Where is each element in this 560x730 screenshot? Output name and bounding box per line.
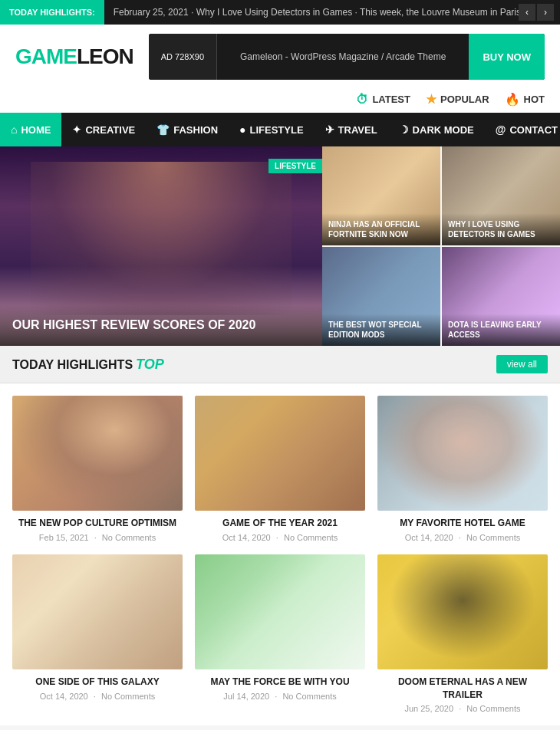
popular-label: POPULAR	[440, 94, 489, 105]
header: GAMELEON AD 728X90 Gameleon - WordPress …	[0, 25, 560, 89]
main-nav: ⌂ HOME ✦ CREATIVE 👕 FASHION ● LIFESTYLE …	[0, 113, 560, 146]
logo-part1: GAME	[15, 44, 77, 68]
popular-item[interactable]: ★ POPULAR	[426, 92, 489, 107]
logo[interactable]: GAMELEON	[15, 44, 133, 69]
card-2-title: GAME OF THE YEAR 2021	[195, 517, 365, 530]
card-6-image	[377, 554, 548, 669]
hero-card-4-overlay: DOTA IS LEAVING EARLY ACCESS	[442, 314, 560, 346]
card-4-meta: Oct 14, 2020 · No Comments	[12, 692, 183, 701]
ticker-next-btn[interactable]: ›	[537, 4, 554, 21]
hot-item[interactable]: 🔥 HOT	[505, 92, 545, 107]
latest-label: LATEST	[372, 94, 410, 105]
card-4-image	[12, 554, 183, 669]
today-highlights-header: TODAY HIGHLIGHTS TOP view all	[0, 346, 560, 383]
card-4[interactable]: ONE SIDE OF THIS GALAXY Oct 14, 2020 · N…	[12, 554, 183, 714]
contact-icon: @	[496, 123, 506, 136]
ad-banner: AD 728X90 Gameleon - WordPress Magazine …	[149, 34, 545, 80]
hero-card-3-overlay: THE BEST WOT SPECIAL EDITION MODS	[322, 314, 440, 346]
nav-item-contact[interactable]: @ CONTACT	[485, 113, 560, 146]
hero-side: NINJA HAS AN OFFICIAL FORTNITE SKIN NOW …	[322, 146, 560, 346]
card-5[interactable]: MAY THE FORCE BE WITH YOU Jul 14, 2020 ·…	[195, 554, 365, 714]
hero-card-2-title: WHY I LOVE USING DETECTORS IN GAMES	[448, 219, 554, 239]
hero-badge: LIFESTYLE	[268, 159, 322, 173]
hot-label: HOT	[524, 94, 545, 105]
darkmode-icon: ☽	[399, 123, 409, 136]
ticker-text: February 25, 2021 · Why I Love Using Det…	[104, 7, 519, 18]
latest-icon: ⏱	[356, 93, 368, 107]
view-all-button[interactable]: view all	[496, 355, 548, 373]
card-3-image	[377, 396, 548, 511]
hero-main-title: OUR HIGHEST REVIEW SCORES OF 2020	[12, 317, 310, 334]
card-6[interactable]: DOOM ETERNAL HAS A NEW TRAILER Jun 25, 2…	[377, 554, 548, 714]
card-2-meta: Oct 14, 2020 · No Comments	[195, 533, 365, 542]
hero-card-4[interactable]: DOTA IS LEAVING EARLY ACCESS	[442, 247, 560, 346]
hero-main-overlay: OUR HIGHEST REVIEW SCORES OF 2020	[0, 305, 322, 346]
nav-item-fashion[interactable]: 👕 FASHION	[146, 113, 229, 146]
logo-part2: LEON	[77, 44, 133, 68]
ad-size: AD 728X90	[149, 34, 217, 80]
nav-item-creative[interactable]: ✦ CREATIVE	[61, 113, 146, 146]
card-2-image	[195, 396, 365, 511]
hero-card-3[interactable]: THE BEST WOT SPECIAL EDITION MODS	[322, 247, 440, 346]
card-5-image	[195, 554, 365, 669]
card-3-meta: Oct 14, 2020 · No Comments	[377, 533, 548, 542]
card-6-meta: Jun 25, 2020 · No Comments	[377, 704, 548, 713]
hot-icon: 🔥	[505, 92, 520, 107]
nav-item-travel[interactable]: ✈ TRAVEL	[315, 113, 388, 146]
home-icon: ⌂	[11, 123, 17, 136]
card-1[interactable]: THE NEW POP CULTURE OPTIMISM Feb 15, 202…	[12, 396, 183, 542]
hero-card-2-overlay: WHY I LOVE USING DETECTORS IN GAMES	[442, 213, 560, 245]
nav-item-lifestyle[interactable]: ● LIFESTYLE	[229, 113, 315, 146]
section-title: TODAY HIGHLIGHTS TOP	[12, 357, 164, 373]
meta-bar: ⏱ LATEST ★ POPULAR 🔥 HOT	[0, 89, 560, 113]
travel-icon: ✈	[325, 123, 334, 136]
hero-card-3-title: THE BEST WOT SPECIAL EDITION MODS	[328, 320, 434, 340]
hero-card-2[interactable]: WHY I LOVE USING DETECTORS IN GAMES	[442, 146, 560, 245]
card-1-meta: Feb 15, 2021 · No Comments	[12, 533, 183, 542]
hero-card-1-title: NINJA HAS AN OFFICIAL FORTNITE SKIN NOW	[328, 219, 434, 239]
hero-section: LIFESTYLE OUR HIGHEST REVIEW SCORES OF 2…	[0, 146, 560, 346]
card-1-image	[12, 396, 183, 511]
ad-title: Gameleon - WordPress Magazine / Arcade T…	[217, 51, 469, 62]
ad-size-label: AD 728X90	[161, 52, 204, 61]
ticker-label: TODAY HIGHLIGHTS:	[0, 0, 104, 25]
card-1-title: THE NEW POP CULTURE OPTIMISM	[12, 517, 183, 530]
card-5-title: MAY THE FORCE BE WITH YOU	[195, 676, 365, 689]
latest-item[interactable]: ⏱ LATEST	[356, 93, 410, 107]
card-6-title: DOOM ETERNAL HAS A NEW TRAILER	[377, 676, 548, 702]
nav-item-darkmode[interactable]: ☽ DARK MODE	[388, 113, 485, 146]
hero-main[interactable]: LIFESTYLE OUR HIGHEST REVIEW SCORES OF 2…	[0, 146, 322, 346]
top-badge: TOP	[136, 357, 164, 373]
creative-icon: ✦	[72, 123, 81, 136]
lifestyle-icon: ●	[239, 123, 245, 136]
hero-card-1-overlay: NINJA HAS AN OFFICIAL FORTNITE SKIN NOW	[322, 213, 440, 245]
nav-item-home[interactable]: ⌂ HOME	[0, 113, 61, 146]
popular-icon: ★	[426, 92, 436, 107]
cards-grid-row2: ONE SIDE OF THIS GALAXY Oct 14, 2020 · N…	[0, 554, 560, 726]
card-5-meta: Jul 14, 2020 · No Comments	[195, 692, 365, 701]
cards-grid-row1: THE NEW POP CULTURE OPTIMISM Feb 15, 202…	[0, 383, 560, 554]
card-2[interactable]: GAME OF THE YEAR 2021 Oct 14, 2020 · No …	[195, 396, 365, 542]
ticker-nav: ‹ ›	[519, 4, 560, 21]
hero-card-1[interactable]: NINJA HAS AN OFFICIAL FORTNITE SKIN NOW	[322, 146, 440, 245]
card-3[interactable]: MY FAVORITE HOTEL GAME Oct 14, 2020 · No…	[377, 396, 548, 542]
ticker-prev-btn[interactable]: ‹	[519, 4, 535, 21]
hero-card-4-title: DOTA IS LEAVING EARLY ACCESS	[448, 320, 554, 340]
ad-buy-button[interactable]: BUY NOW	[469, 34, 545, 80]
ticker-bar: TODAY HIGHLIGHTS: February 25, 2021 · Wh…	[0, 0, 560, 25]
card-3-title: MY FAVORITE HOTEL GAME	[377, 517, 548, 530]
fashion-icon: 👕	[156, 123, 170, 136]
card-4-title: ONE SIDE OF THIS GALAXY	[12, 676, 183, 689]
